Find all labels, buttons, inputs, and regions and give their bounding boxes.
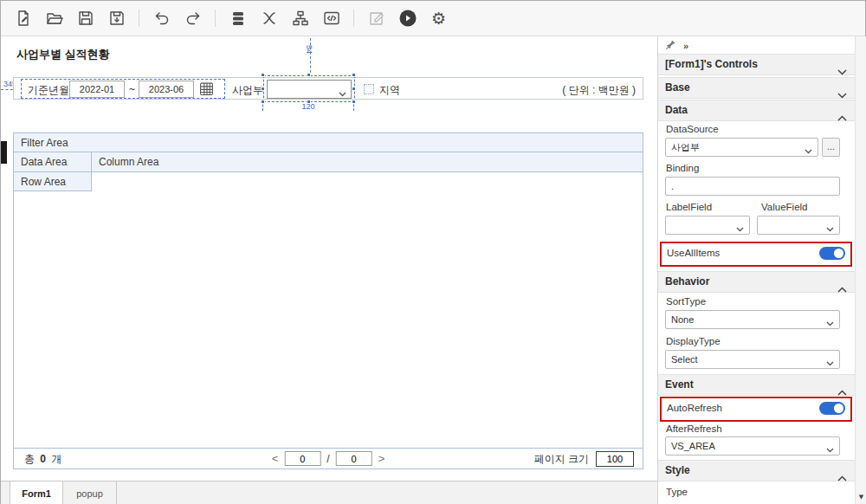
total-page-input[interactable] — [336, 451, 372, 466]
datasource-select[interactable]: 사업부 — [665, 138, 818, 157]
afterrefresh-select[interactable]: VS_AREA — [665, 436, 840, 456]
save-icon — [77, 10, 94, 27]
total-suffix: 개 — [51, 453, 61, 465]
new-file-button[interactable] — [11, 7, 35, 30]
form-tabbar: Form1 popup — [1, 481, 657, 504]
datasource-more-button[interactable]: ... — [822, 138, 840, 157]
edit-icon — [368, 10, 385, 27]
sorttype-label: SortType — [666, 296, 706, 307]
resize-handle[interactable] — [352, 87, 356, 91]
main-toolbar: ⚙ — [1, 1, 865, 36]
chevron-down-icon — [826, 318, 834, 328]
run-button[interactable] — [396, 7, 419, 30]
panel-scrollbar[interactable]: ▼ — [855, 36, 866, 504]
run-icon — [398, 9, 417, 28]
section-behavior[interactable]: Behavior — [658, 271, 856, 293]
binding-input[interactable] — [665, 177, 840, 196]
measure-top-label: 54 — [305, 45, 313, 54]
filter-area[interactable]: Filter Area — [14, 133, 643, 152]
afterrefresh-label: AfterRefresh — [666, 423, 722, 434]
column-area[interactable]: Column Area — [92, 152, 643, 171]
save-button[interactable] — [74, 7, 97, 30]
resize-handle[interactable] — [261, 87, 265, 91]
total-prefix: 총 — [24, 453, 35, 465]
controls-header-label: [Form1]'s Controls — [665, 58, 758, 70]
resize-handle[interactable] — [261, 73, 265, 77]
tab-popup[interactable]: popup — [63, 481, 117, 504]
datasource-value: 사업부 — [671, 141, 700, 154]
useallitems-label: UseAllItems — [667, 248, 720, 258]
valuefield-select[interactable] — [757, 216, 840, 235]
redo-icon — [184, 10, 202, 27]
pivot-grid: Filter Area Data Area Column Area Row Ar… — [13, 132, 643, 469]
dock-grip[interactable] — [1, 141, 7, 164]
code-button[interactable] — [320, 7, 343, 30]
displaytype-select[interactable]: Select — [665, 350, 840, 369]
save-all-icon — [108, 10, 126, 27]
pin-icon[interactable] — [665, 39, 676, 53]
resize-handle[interactable] — [352, 73, 356, 77]
current-page-input[interactable] — [284, 451, 320, 466]
settings-button[interactable]: ⚙ — [427, 7, 450, 30]
open-folder-button[interactable] — [42, 7, 66, 30]
binding-label: Binding — [666, 163, 699, 173]
undo-button[interactable] — [150, 7, 173, 30]
database-button[interactable] — [226, 7, 249, 30]
page-size-label: 페이지 크기 — [534, 452, 589, 467]
app-window: ⚙ 사업부별 실적현황 54 345 기준년월 ~ 사업부 — [0, 0, 866, 504]
date-from-input[interactable] — [69, 81, 125, 98]
chevron-down-icon — [826, 223, 834, 234]
sorttype-value: None — [671, 314, 694, 325]
range-separator: ~ — [129, 83, 135, 95]
chevron-down-icon — [736, 223, 744, 234]
chevron-down-icon — [826, 358, 834, 368]
region-checkbox-icon[interactable] — [364, 84, 374, 94]
valuefield-label: ValueField — [761, 202, 808, 212]
chevron-up-icon — [837, 468, 847, 488]
relation-button[interactable] — [257, 7, 281, 30]
labelfield-select[interactable] — [665, 216, 750, 235]
unit-note: ( 단위 : 백만원 ) — [562, 83, 636, 98]
grid-pager: 총 0 개 < / > 페이지 크기 — [14, 448, 643, 468]
labelfield-label: LabelField — [666, 202, 712, 212]
period-label: 기준년월 — [28, 83, 69, 98]
section-style[interactable]: Style — [658, 460, 856, 481]
total-count: 총 0 개 — [24, 452, 61, 467]
scroll-down-button[interactable]: ▼ — [856, 490, 866, 504]
toolbar-separator — [139, 10, 139, 27]
data-area[interactable]: Data Area — [14, 152, 92, 171]
collapse-panel-button[interactable]: » — [683, 41, 688, 51]
sorttype-select[interactable]: None — [665, 310, 840, 329]
afterrefresh-value: VS_AREA — [671, 441, 715, 451]
type-label: Type — [666, 487, 688, 497]
section-event[interactable]: Event — [658, 374, 856, 396]
properties-panel: » [Form1]'s Controls Base Data DataSourc… — [657, 36, 866, 504]
relation-icon — [261, 10, 278, 27]
row-area[interactable]: Row Area — [14, 172, 92, 191]
save-all-button[interactable] — [105, 7, 128, 30]
chevron-down-icon — [805, 145, 812, 156]
hierarchy-button[interactable] — [288, 7, 312, 30]
prev-page-button[interactable]: < — [272, 451, 279, 466]
chevron-up-icon — [837, 280, 847, 300]
resize-handle[interactable] — [307, 73, 311, 77]
edit-button[interactable] — [365, 7, 388, 30]
section-data[interactable]: Data — [658, 100, 856, 121]
displaytype-value: Select — [671, 354, 698, 365]
controls-header[interactable]: [Form1]'s Controls — [658, 54, 856, 75]
date-to-input[interactable] — [139, 81, 194, 98]
next-page-button[interactable]: > — [378, 451, 385, 466]
toggle-knob — [834, 249, 843, 258]
useallitems-toggle[interactable] — [819, 247, 845, 260]
measure-line-top — [310, 38, 311, 77]
calendar-icon[interactable] — [199, 81, 214, 99]
autorefresh-toggle[interactable] — [819, 402, 845, 415]
dept-label: 사업부 — [232, 83, 263, 98]
data-header-label: Data — [665, 104, 688, 116]
section-base[interactable]: Base — [658, 77, 856, 99]
total-value: 0 — [40, 453, 46, 465]
design-canvas: 사업부별 실적현황 54 345 기준년월 ~ 사업부 — [1, 36, 657, 504]
tab-form1[interactable]: Form1 — [10, 481, 63, 504]
page-size-input[interactable] — [596, 451, 634, 467]
redo-button[interactable] — [181, 7, 204, 30]
